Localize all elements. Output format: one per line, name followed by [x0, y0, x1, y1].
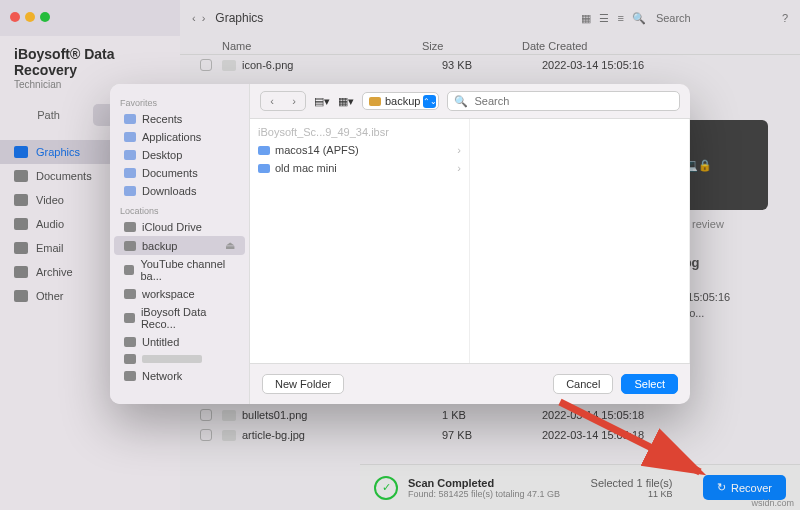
sidebar-item-documents[interactable]: Documents — [114, 164, 245, 182]
folder-dropdown[interactable]: backup ⌃⌄ — [362, 92, 439, 110]
cloud-icon — [124, 222, 136, 232]
cancel-button[interactable]: Cancel — [553, 374, 613, 394]
sidebar-item-recents[interactable]: Recents — [114, 110, 245, 128]
new-folder-button[interactable]: New Folder — [262, 374, 344, 394]
finder-nav: ‹› — [260, 91, 306, 111]
drive-icon — [124, 313, 135, 323]
folder-icon — [369, 97, 381, 106]
favorites-header: Favorites — [120, 98, 239, 108]
sidebar-item-backup[interactable]: backup⏏ — [114, 236, 245, 255]
watermark: wsidn.com — [751, 498, 794, 508]
drive-icon — [124, 241, 136, 251]
network-icon — [124, 371, 136, 381]
apps-icon — [124, 132, 136, 142]
sidebar-item-blurred[interactable] — [114, 351, 245, 367]
column-2 — [470, 119, 690, 363]
sidebar-item-iboysoft[interactable]: iBoysoft Data Reco... — [114, 303, 245, 333]
finder-columns: iBoysoft_Sc...9_49_34.ibsr macos14 (APFS… — [250, 118, 690, 364]
list-item[interactable]: iBoysoft_Sc...9_49_34.ibsr — [250, 123, 469, 141]
sidebar-item-untitled[interactable]: Untitled — [114, 333, 245, 351]
column-1: iBoysoft_Sc...9_49_34.ibsr macos14 (APFS… — [250, 119, 470, 363]
search-icon: 🔍 — [454, 95, 468, 108]
sidebar-item-icloud[interactable]: iCloud Drive — [114, 218, 245, 236]
sidebar-item-desktop[interactable]: Desktop — [114, 146, 245, 164]
eject-icon[interactable]: ⏏ — [225, 239, 235, 252]
view-columns-icon[interactable]: ▤▾ — [314, 95, 330, 108]
folder-icon — [258, 164, 270, 173]
drive-icon — [124, 337, 136, 347]
desktop-icon — [124, 150, 136, 160]
group-icon[interactable]: ▦▾ — [338, 95, 354, 108]
locations-header: Locations — [120, 206, 239, 216]
downloads-icon — [124, 186, 136, 196]
finder-footer: New Folder Cancel Select — [250, 364, 690, 404]
drive-icon — [124, 265, 134, 275]
forward-icon[interactable]: › — [283, 92, 305, 110]
finder-sidebar: Favorites Recents Applications Desktop D… — [110, 84, 250, 404]
chevron-updown-icon: ⌃⌄ — [423, 95, 436, 108]
select-button[interactable]: Select — [621, 374, 678, 394]
finder-content: ‹› ▤▾ ▦▾ backup ⌃⌄ 🔍 iBoysoft_Sc...9_49_… — [250, 84, 690, 404]
list-item[interactable]: macos14 (APFS)› — [250, 141, 469, 159]
sidebar-item-network[interactable]: Network — [114, 367, 245, 385]
sidebar-item-applications[interactable]: Applications — [114, 128, 245, 146]
finder-search[interactable]: 🔍 — [447, 91, 680, 111]
sidebar-item-downloads[interactable]: Downloads — [114, 182, 245, 200]
back-icon[interactable]: ‹ — [261, 92, 283, 110]
documents-icon — [124, 168, 136, 178]
chevron-right-icon: › — [457, 162, 461, 174]
drive-icon — [124, 289, 136, 299]
folder-icon — [258, 146, 270, 155]
open-panel: Favorites Recents Applications Desktop D… — [110, 84, 690, 404]
sidebar-item-workspace[interactable]: workspace — [114, 285, 245, 303]
finder-search-input[interactable] — [472, 94, 673, 108]
drive-icon — [124, 354, 136, 364]
list-item[interactable]: old mac mini› — [250, 159, 469, 177]
sidebar-item-youtube[interactable]: YouTube channel ba... — [114, 255, 245, 285]
finder-toolbar: ‹› ▤▾ ▦▾ backup ⌃⌄ 🔍 — [250, 84, 690, 118]
clock-icon — [124, 114, 136, 124]
chevron-right-icon: › — [457, 144, 461, 156]
